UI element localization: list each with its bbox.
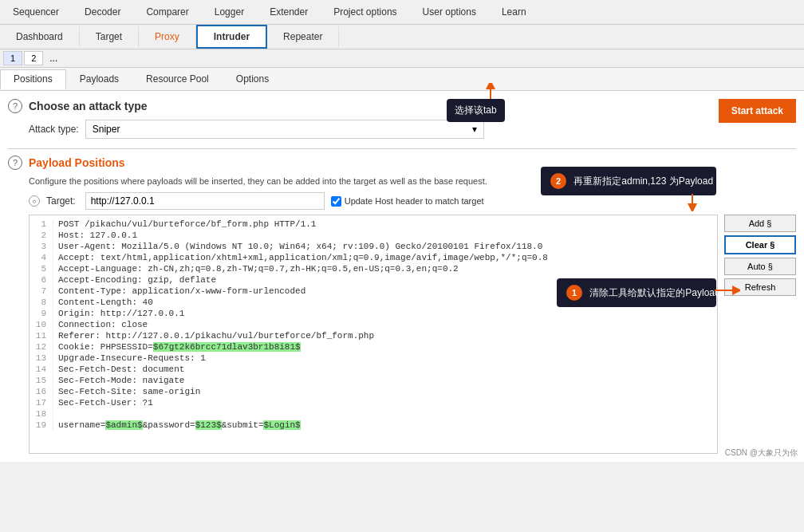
line-14: 14 Sec-Fetch-Dest: document [30, 364, 717, 375]
menu-project-options[interactable]: Project options [321, 3, 409, 21]
attack-type-row: Attack type: Sniper ▾ [29, 120, 796, 139]
subnav-proxy[interactable]: Proxy [139, 26, 196, 47]
annotation-2: 2 再重新指定admin,123 为Payload [541, 167, 716, 195]
tab-annotation: 选择该tab [447, 99, 505, 122]
menu-extender[interactable]: Extender [257, 3, 321, 21]
update-host-label: Update Host header to match target [331, 196, 484, 207]
sub-nav: Dashboard Target Proxy Intruder Repeater [0, 25, 804, 49]
line-10: 10 Connection: close [30, 319, 717, 330]
side-buttons: Add § Clear § Auto § Refresh 2 再重新指定admi… [724, 215, 796, 454]
line-3: 3 User-Agent: Mozilla/5.0 (Windows NT 10… [30, 241, 717, 252]
start-attack-button[interactable]: Start attack [719, 99, 796, 123]
line-4: 4 Accept: text/html,application/xhtml+xm… [30, 252, 717, 263]
menu-decoder[interactable]: Decoder [72, 3, 133, 21]
line-13: 13 Upgrade-Insecure-Requests: 1 [30, 353, 717, 364]
line-5: 5 Accept-Language: zh-CN,zh;q=0.8,zh-TW;… [30, 263, 717, 274]
line-18: 18 [30, 408, 717, 420]
tab-payloads[interactable]: Payloads [66, 69, 132, 89]
line-15: 15 Sec-Fetch-Mode: navigate [30, 375, 717, 386]
auto-button[interactable]: Auto § [724, 258, 796, 275]
menu-comparer[interactable]: Comparer [133, 3, 201, 21]
payload-positions-title: Payload Positions [29, 156, 125, 169]
update-host-checkbox[interactable] [331, 196, 341, 207]
subnav-intruder[interactable]: Intruder [196, 25, 267, 49]
line-17: 17 Sec-Fetch-User: ?1 [30, 397, 717, 408]
divider-1 [8, 148, 796, 149]
subnav-repeater[interactable]: Repeater [267, 26, 339, 47]
main-content: Start attack ? Choose an attack type Att… [0, 91, 804, 462]
watermark: CSDN @大象只为你 [725, 447, 798, 459]
tab-options[interactable]: Options [223, 69, 282, 89]
menu-logger[interactable]: Logger [202, 3, 257, 21]
subnav-target[interactable]: Target [80, 26, 139, 47]
line-9: 9 Origin: http://127.0.0.1 [30, 308, 717, 319]
menu-user-options[interactable]: User options [410, 3, 489, 21]
line-11: 11 Referer: http://127.0.0.1/pikachu/vul… [30, 330, 717, 341]
clear-button[interactable]: Clear § [724, 235, 796, 254]
add-button[interactable]: Add § [724, 215, 796, 232]
tab-positions[interactable]: Positions [0, 69, 66, 89]
payload-section: ? Payload Positions Configure the positi… [8, 156, 796, 454]
tab-1[interactable]: 1 [3, 51, 22, 65]
request-area[interactable]: 1 POST /pikachu/vul/burteforce/bf_form.p… [29, 215, 718, 454]
annotation-1: 1 清除工具给默认指定的Payload [557, 278, 716, 307]
menu-bar: Sequencer Decoder Comparer Logger Extend… [0, 0, 804, 25]
subnav-dashboard[interactable]: Dashboard [0, 26, 80, 47]
line-19: 19 username=$admin$&password=$123$&submi… [30, 420, 717, 431]
target-label: Target: [46, 195, 76, 207]
help-circle-attack[interactable]: ? [8, 99, 22, 113]
line-2: 2 Host: 127.0.0.1 [30, 230, 717, 241]
tab-more[interactable]: ... [45, 51, 62, 65]
line-12: 12 Cookie: PHPSESSID=$67gt2k6brcc71dlav3… [30, 341, 717, 353]
attack-type-dropdown[interactable]: Sniper ▾ [85, 120, 484, 139]
help-circle-payload[interactable]: ? [8, 156, 22, 170]
tab-row: 1 2 ... [0, 49, 804, 68]
tab-resource-pool[interactable]: Resource Pool [132, 69, 223, 89]
inner-tabs: Positions Payloads Resource Pool Options [0, 68, 804, 91]
attack-type-title: Choose an attack type [29, 100, 148, 112]
attack-type-section: ? Choose an attack type [8, 99, 796, 113]
line-1: 1 POST /pikachu/vul/burteforce/bf_form.p… [30, 219, 717, 230]
tab-2[interactable]: 2 [24, 51, 43, 65]
menu-sequencer[interactable]: Sequencer [0, 3, 72, 21]
menu-learn[interactable]: Learn [489, 3, 539, 21]
target-input[interactable] [85, 192, 325, 210]
line-16: 16 Sec-Fetch-Site: same-origin [30, 386, 717, 397]
attack-type-label: Attack type: [29, 124, 79, 135]
target-icon: ○ [29, 195, 40, 207]
